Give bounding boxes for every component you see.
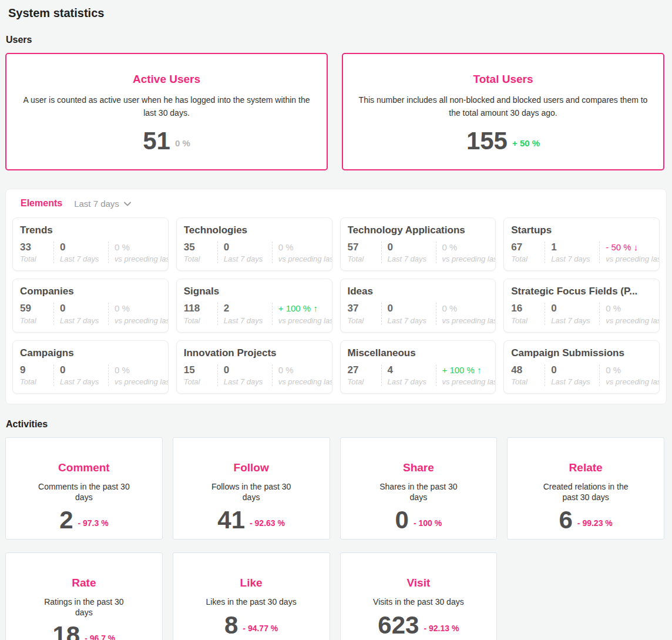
elements-range-label: Last 7 days	[74, 199, 119, 209]
activity-card-description: Ratings in the past 30 days	[35, 597, 132, 618]
element-stat-last7: 0 Last 7 days	[53, 364, 108, 386]
element-total-value: 48	[511, 364, 539, 376]
user-card-delta: + 50 %	[512, 133, 540, 148]
element-change-value: + 100 % ↑	[442, 364, 496, 376]
element-stat-change: 0 % vs preceding last 7 days	[272, 364, 332, 386]
element-total-label: Total	[184, 316, 211, 325]
element-stat-change: 0 % vs preceding last 7 days	[599, 364, 660, 386]
section-label-users: Users	[6, 35, 672, 45]
element-change-label: vs preceding last 7 days	[278, 377, 332, 386]
element-stat-card: Miscellaneous 27 Total 4 Last 7 days + 1…	[340, 340, 496, 394]
element-stat-card: Startups 67 Total 1 Last 7 days - 50 % ↓…	[503, 217, 660, 271]
activity-card-description: Follows in the past 30 days	[203, 482, 300, 502]
element-total-value: 35	[184, 242, 211, 253]
element-change-label: vs preceding last 7 days	[115, 316, 169, 325]
element-stat-card: Trends 33 Total 0 Last 7 days 0 % vs pre…	[12, 217, 169, 271]
element-total-label: Total	[20, 254, 48, 263]
user-stat-card: Total Users This number includes all non…	[342, 53, 664, 170]
element-stat-change: 0 % vs preceding last 7 days	[436, 242, 496, 263]
element-change-value: 0 %	[278, 364, 332, 376]
activity-card-title: Follow	[173, 461, 330, 474]
element-stat-total: 33 Total	[20, 242, 53, 263]
element-last7-label: Last 7 days	[388, 254, 430, 263]
activity-card-value-row: 6 - 99.23 %	[508, 508, 664, 532]
element-card-stats: 67 Total 1 Last 7 days - 50 % ↓ vs prece…	[511, 242, 652, 263]
element-last7-label: Last 7 days	[60, 316, 102, 325]
elements-range-selector[interactable]: Last 7 days	[74, 199, 131, 209]
element-change-label: vs preceding last 7 days	[442, 316, 496, 325]
user-stat-card: Active Users A user is counted as active…	[5, 53, 328, 170]
element-last7-value: 0	[551, 364, 593, 376]
activity-card-delta: - 97.3 %	[78, 512, 108, 528]
element-stat-card: Campaign Submissions 48 Total 0 Last 7 d…	[503, 340, 660, 394]
element-card-stats: 33 Total 0 Last 7 days 0 % vs preceding …	[20, 242, 161, 263]
element-stat-last7: 4 Last 7 days	[381, 364, 436, 386]
activity-card-delta: - 94.77 %	[243, 618, 278, 633]
element-change-value: 0 %	[606, 364, 660, 376]
activity-card-value-row: 8 - 94.77 %	[173, 613, 330, 638]
element-total-value: 37	[348, 303, 375, 314]
user-card-title: Active Users	[6, 73, 327, 86]
element-stat-total: 67 Total	[511, 242, 545, 263]
activity-stat-card: Share Shares in the past 30 days 0 - 100…	[340, 437, 498, 540]
element-card-title: Ideas	[348, 286, 489, 297]
element-stat-change: + 100 % ↑ vs preceding last 7 days	[272, 303, 332, 324]
element-card-stats: 57 Total 0 Last 7 days 0 % vs preceding …	[348, 242, 489, 263]
element-stat-card: Ideas 37 Total 0 Last 7 days 0 % vs prec…	[340, 279, 496, 332]
element-total-value: 57	[348, 242, 375, 253]
element-stat-change: + 100 % ↑ vs preceding last 7 days	[436, 364, 496, 386]
element-last7-label: Last 7 days	[388, 377, 430, 386]
activities-card-grid: Comment Comments in the past 30 days 2 -…	[5, 437, 664, 640]
users-card-grid: Active Users A user is counted as active…	[5, 53, 664, 170]
element-total-value: 9	[20, 364, 48, 376]
element-stat-total: 35 Total	[184, 242, 217, 263]
element-stat-last7: 0 Last 7 days	[217, 364, 272, 386]
activity-stat-card: Relate Created relations in the past 30 …	[507, 437, 664, 540]
element-total-value: 16	[511, 303, 539, 314]
element-stat-card: Strategic Focus Fields (P... 16 Total 0 …	[503, 279, 660, 332]
user-card-title: Total Users	[343, 73, 663, 86]
activity-card-value: 41	[217, 508, 245, 532]
element-change-value: - 50 % ↓	[606, 242, 660, 253]
element-stat-card: Companies 59 Total 0 Last 7 days 0 % vs …	[12, 279, 169, 332]
element-change-value: 0 %	[606, 303, 660, 314]
element-last7-value: 2	[224, 303, 266, 314]
element-change-label: vs preceding last 7 days	[606, 254, 660, 263]
element-last7-value: 0	[60, 242, 102, 253]
element-total-label: Total	[184, 377, 211, 386]
element-stat-change: 0 % vs preceding last 7 days	[436, 303, 496, 324]
activity-card-description: Likes in the past 30 days	[203, 597, 300, 608]
element-stat-change: 0 % vs preceding last 7 days	[108, 242, 169, 263]
element-change-value: + 100 % ↑	[278, 303, 332, 314]
user-card-value-row: 155 + 50 %	[343, 129, 663, 153]
element-card-stats: 59 Total 0 Last 7 days 0 % vs preceding …	[20, 303, 161, 324]
element-stat-total: 48 Total	[511, 364, 545, 386]
activity-card-description: Comments in the past 30 days	[35, 482, 132, 502]
element-change-label: vs preceding last 7 days	[606, 316, 660, 325]
element-card-title: Campaign Submissions	[511, 347, 652, 359]
chevron-down-icon	[124, 202, 131, 206]
user-card-value-row: 51 0 %	[6, 129, 327, 153]
element-card-title: Miscellaneous	[348, 347, 489, 359]
element-card-stats: 16 Total 0 Last 7 days 0 % vs preceding …	[511, 303, 652, 324]
activity-card-value: 0	[395, 508, 409, 532]
element-stat-total: 57 Total	[348, 242, 381, 263]
element-card-stats: 15 Total 0 Last 7 days 0 % vs preceding …	[184, 364, 325, 386]
element-last7-value: 0	[388, 303, 430, 314]
element-card-title: Innovation Projects	[184, 347, 325, 359]
element-change-value: 0 %	[442, 242, 496, 253]
activity-card-value-row: 0 - 100 %	[341, 508, 497, 532]
element-stat-last7: 2 Last 7 days	[217, 303, 272, 324]
element-last7-value: 0	[224, 242, 266, 253]
element-last7-label: Last 7 days	[60, 254, 102, 263]
element-total-value: 67	[511, 242, 539, 253]
activity-card-delta: - 96.7 %	[85, 628, 115, 640]
element-stat-total: 15 Total	[184, 364, 217, 386]
activity-card-value: 623	[378, 613, 419, 638]
elements-panel: Elements Last 7 days Trends 33 Total	[5, 189, 667, 404]
section-label-activities: Activities	[6, 419, 672, 430]
element-stat-total: 27 Total	[348, 364, 381, 386]
activity-card-value-row: 2 - 97.3 %	[6, 508, 162, 532]
activity-card-title: Share	[341, 461, 497, 474]
activity-card-title: Relate	[508, 461, 664, 474]
